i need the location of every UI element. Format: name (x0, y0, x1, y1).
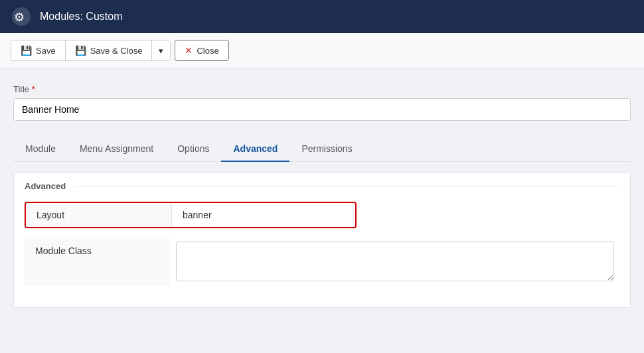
tab-advanced[interactable]: Advanced (221, 137, 289, 162)
layout-label: Layout (26, 203, 172, 227)
save-close-button[interactable]: 💾 Save & Close (66, 40, 153, 60)
tabs-container: Module Menu Assignment Options Advanced … (13, 137, 631, 162)
title-label: Title * (13, 84, 631, 94)
close-button[interactable]: ✕ Close (175, 40, 228, 61)
title-field-group: Title * (13, 84, 631, 121)
tab-options[interactable]: Options (165, 137, 221, 162)
panel-heading: Advanced (14, 173, 630, 191)
tab-menu-assignment[interactable]: Menu Assignment (68, 137, 165, 162)
joomla-logo-icon: ⚙ (11, 6, 32, 27)
toolbar: 💾 Save 💾 Save & Close ▾ ✕ Close (0, 33, 644, 68)
tabs: Module Menu Assignment Options Advanced … (13, 137, 631, 161)
save-button[interactable]: 💾 Save (11, 40, 66, 60)
chevron-down-icon: ▾ (159, 46, 163, 56)
close-label: Close (197, 46, 218, 56)
topbar: ⚙ Modules: Custom (0, 0, 644, 33)
save-icon: 💾 (21, 45, 32, 56)
tab-module[interactable]: Module (13, 137, 68, 162)
save-label: Save (36, 46, 56, 56)
tab-permissions[interactable]: Permissions (289, 137, 364, 162)
module-class-field-row: Module Class (25, 239, 619, 286)
save-close-icon: 💾 (75, 45, 86, 56)
panel-title-divider (76, 186, 619, 186)
save-button-group: 💾 Save 💾 Save & Close ▾ (11, 40, 171, 61)
save-close-label: Save & Close (90, 46, 143, 56)
close-icon: ✕ (185, 45, 193, 56)
module-class-input[interactable] (176, 242, 614, 281)
module-class-value (171, 239, 619, 286)
advanced-panel: Advanced Layout banner Module Class (13, 173, 631, 308)
save-dropdown-button[interactable]: ▾ (152, 40, 170, 60)
svg-text:⚙: ⚙ (14, 11, 25, 24)
title-input[interactable] (13, 98, 631, 121)
panel-body: Layout banner Module Class (14, 191, 630, 307)
module-class-label: Module Class (25, 239, 171, 286)
layout-field-row: Layout banner (25, 202, 357, 228)
page-title: Modules: Custom (40, 11, 123, 23)
panel-title: Advanced (25, 181, 71, 191)
layout-value: banner (172, 203, 355, 227)
required-marker: * (32, 84, 35, 94)
main-content: Title * Module Menu Assignment Options A… (0, 68, 644, 324)
